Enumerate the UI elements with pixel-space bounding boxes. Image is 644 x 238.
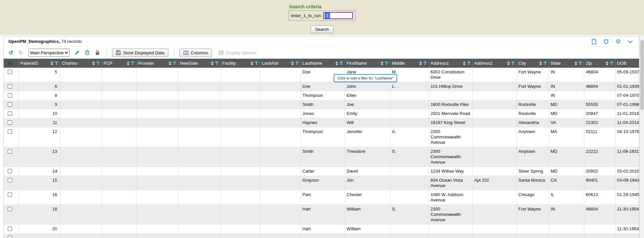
row-checkbox[interactable] [8, 227, 12, 231]
scrollbar-thumb[interactable] [640, 40, 644, 110]
row-checkbox[interactable] [8, 102, 12, 107]
row-checkbox[interactable] [8, 149, 12, 154]
row-checkbox[interactable] [8, 178, 12, 182]
sort-icon[interactable] [419, 61, 422, 65]
filter-icon[interactable] [215, 61, 219, 65]
column-header-dob[interactable]: DOB [615, 59, 639, 68]
sort-icon[interactable] [251, 61, 253, 65]
column-header-lastname[interactable]: LastName [301, 59, 345, 68]
cell-address1 [429, 234, 472, 238]
cell-firstname: John [345, 82, 390, 91]
trash-icon[interactable] [84, 49, 91, 56]
row-checkbox[interactable] [8, 169, 12, 173]
redo-icon[interactable]: ↻ [17, 49, 24, 56]
cell-address2 [472, 82, 517, 91]
filter-icon[interactable] [579, 61, 582, 65]
filter-icon[interactable] [385, 61, 388, 65]
cell-patientid: 20 [18, 225, 60, 234]
row-checkbox[interactable] [8, 236, 12, 238]
sort-icon[interactable] [575, 61, 577, 65]
filter-icon[interactable] [295, 61, 299, 65]
sort-icon[interactable] [51, 61, 53, 65]
sort-icon[interactable] [92, 61, 95, 65]
store-displayed-data-button[interactable]: Store Displayed Data [112, 49, 168, 57]
column-header-facility[interactable]: Facility [220, 59, 260, 68]
perspective-select[interactable]: Main Perspective [29, 49, 69, 57]
filter-icon[interactable] [131, 61, 135, 65]
sort-icon[interactable] [169, 61, 171, 65]
search-button[interactable]: Search [311, 25, 333, 33]
filter-icon[interactable] [55, 61, 58, 65]
column-header-middle[interactable]: Middle [390, 59, 429, 68]
column-header-zip[interactable]: Zip [584, 59, 615, 68]
cell-facility [220, 100, 260, 109]
column-header-chartno[interactable]: Chartno [60, 59, 102, 68]
cell-chartno [60, 91, 102, 100]
sort-icon[interactable] [335, 61, 338, 65]
column-label: Facility [222, 61, 236, 66]
column-header-address1[interactable]: Address1 [429, 59, 472, 68]
table-name: OpenPM_Demographics, [8, 39, 60, 44]
row-checkbox[interactable] [8, 129, 12, 134]
pencil-icon[interactable] [73, 49, 81, 56]
column-header-state[interactable]: State [549, 59, 584, 68]
column-header-lastvisit[interactable]: LastVisit [260, 59, 301, 68]
filter-icon[interactable] [423, 61, 427, 65]
sort-icon[interactable] [291, 61, 294, 65]
filter-icon[interactable] [96, 61, 100, 65]
cell-pcp [102, 118, 136, 127]
sort-icon[interactable] [381, 61, 383, 65]
filter-icon[interactable] [255, 61, 258, 65]
cell-dob: 03-02-2010 [615, 167, 639, 176]
sort-icon[interactable] [211, 61, 214, 65]
vertical-scrollbar[interactable] [639, 35, 644, 238]
filter-icon[interactable] [543, 61, 547, 65]
filter-icon[interactable] [173, 61, 176, 65]
column-header-newdate[interactable]: NewDate [178, 59, 220, 68]
cell-lastvisit [260, 127, 301, 147]
column-label: LastName [303, 61, 322, 66]
sort-icon[interactable] [539, 61, 542, 65]
cell-firstname: William [345, 205, 390, 225]
row-checkbox[interactable] [8, 192, 12, 197]
filter-icon[interactable] [511, 61, 515, 65]
filter-icon[interactable] [610, 61, 613, 65]
select-all-checkbox[interactable] [8, 61, 12, 65]
gear-icon[interactable]: ⚙ [615, 38, 622, 45]
column-header-pcp[interactable]: PCP [102, 59, 136, 68]
sort-icon[interactable] [606, 61, 608, 65]
cell-city: Santa Monica [517, 176, 549, 190]
cell-dob: 11-30-1954 [615, 205, 639, 225]
sort-icon[interactable] [463, 61, 466, 65]
undo-icon[interactable]: ↺ [7, 49, 14, 56]
cell-lastname: Hart [301, 205, 345, 225]
row-checkbox[interactable] [8, 207, 12, 211]
row-checkbox[interactable] [8, 111, 12, 116]
column-header-address2[interactable]: Address2 [472, 59, 517, 68]
run-input[interactable]: 1 [323, 12, 353, 19]
sort-icon[interactable] [127, 61, 129, 65]
filter-icon[interactable] [467, 61, 471, 65]
cell-newdate [178, 225, 220, 234]
cell-city: Fort Wayne [517, 82, 549, 91]
row-checkbox[interactable] [8, 93, 12, 98]
column-label: Address2 [474, 61, 493, 66]
row-checkbox[interactable] [8, 84, 12, 88]
document-icon[interactable] [591, 38, 597, 45]
refresh-icon[interactable] [603, 38, 609, 45]
column-header-provider[interactable]: Provider [136, 59, 178, 68]
column-header-firstname[interactable]: FirstName [345, 59, 390, 68]
filter-icon[interactable] [339, 61, 343, 65]
cell-zip: 02111 [584, 127, 615, 147]
cell-patientid: 16 [18, 190, 60, 205]
column-header-patientid[interactable]: PatientID [18, 59, 60, 68]
lock-icon[interactable] [94, 49, 101, 56]
chevron-down-icon[interactable] [627, 38, 634, 45]
column-header-city[interactable]: City [517, 59, 549, 68]
columns-button[interactable]: Columns [179, 49, 212, 57]
row-checkbox[interactable] [8, 70, 12, 74]
row-checkbox[interactable] [8, 120, 12, 125]
sort-icon[interactable] [507, 61, 510, 65]
cell-city: Fort Wayne [517, 68, 549, 82]
table-row: 10JonesEmily2501 Merrvale RoadRockvilleM… [4, 109, 639, 118]
